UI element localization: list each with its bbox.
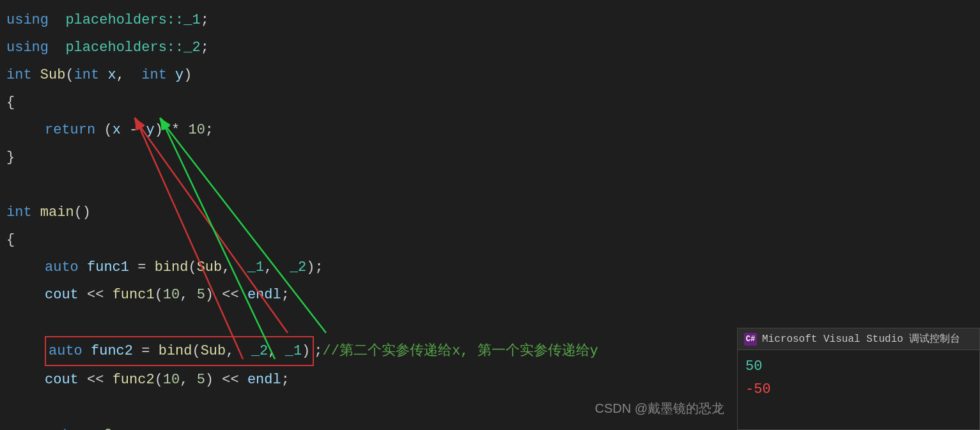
code-line-8: int main()	[6, 199, 980, 226]
vs-logo-icon: C#	[744, 333, 757, 346]
highlight-func2: auto func2 = bind(Sub, _2, _1)	[45, 336, 314, 366]
watermark: CSDN @戴墨镜的恐龙	[595, 400, 724, 417]
output-line-1: 50	[745, 355, 972, 378]
code-line-9: {	[6, 226, 980, 254]
code-line-6: }	[6, 144, 980, 171]
code-line-3: int Sub(int x, int y)	[6, 61, 980, 89]
debug-console-body: 50 -50	[738, 350, 979, 406]
code-line-5: return (x - y) * 10;	[6, 116, 980, 144]
code-line-1: using placeholders::_1;	[6, 6, 980, 34]
code-line-7	[6, 171, 980, 199]
debug-console-header: C# Microsoft Visual Studio 调试控制台	[738, 328, 979, 350]
code-line-11: cout << func1(10, 5) << endl;	[6, 281, 980, 309]
code-line-10: auto func1 = bind(Sub, _1, _2);	[6, 254, 980, 281]
debug-console: C# Microsoft Visual Studio 调试控制台 50 -50	[737, 328, 980, 430]
debug-console-title: Microsoft Visual Studio 调试控制台	[762, 332, 960, 346]
code-line-4: {	[6, 89, 980, 116]
code-line-2: using placeholders::_2;	[6, 34, 980, 61]
output-line-2: -50	[745, 378, 972, 401]
